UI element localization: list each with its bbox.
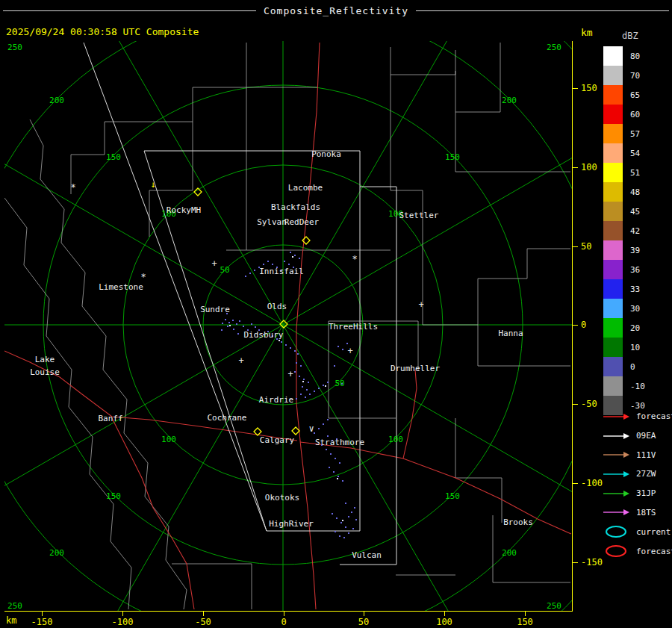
colorbar-value: 60 bbox=[630, 110, 640, 119]
axis-tick-label: 150 bbox=[581, 83, 597, 93]
colorbar-swatch bbox=[603, 46, 623, 66]
ring-label: 250 bbox=[7, 43, 22, 52]
city-label: Stettler bbox=[399, 211, 439, 220]
coverage-boundary bbox=[340, 187, 396, 565]
ellipse-shape bbox=[606, 546, 626, 556]
arrow-head bbox=[623, 471, 629, 477]
echo-dot bbox=[254, 270, 255, 271]
echo-dot bbox=[272, 264, 273, 265]
colorbar-value: 70 bbox=[630, 71, 640, 81]
colorbar-row: 33 bbox=[603, 279, 645, 299]
arrow-head bbox=[623, 452, 629, 458]
echo-dot bbox=[330, 453, 332, 455]
track-legend-item: 111V bbox=[602, 445, 672, 464]
ellipse-shape bbox=[606, 526, 626, 537]
echo-dot bbox=[348, 516, 349, 517]
ring-label: 50 bbox=[220, 265, 229, 275]
echo-dot bbox=[299, 258, 300, 259]
echo-dot bbox=[318, 428, 320, 429]
echo-dot bbox=[342, 480, 343, 482]
title-rule-left bbox=[3, 10, 256, 11]
colorbar-value: 57 bbox=[630, 129, 640, 139]
colorbar-row: -10 bbox=[603, 376, 645, 396]
colorbar-value: 20 bbox=[630, 323, 640, 333]
ring-label: 200 bbox=[502, 96, 517, 105]
county-boundary bbox=[4, 198, 131, 609]
echo-dot bbox=[323, 385, 324, 386]
ring-label: 200 bbox=[49, 96, 64, 105]
city-label: Calgary bbox=[260, 435, 295, 445]
city-label: Cochrane bbox=[208, 413, 247, 423]
colorbar-row: 60 bbox=[603, 105, 645, 124]
city-label: Blackfalds bbox=[271, 202, 320, 212]
county-boundary bbox=[172, 564, 252, 609]
echo-dot bbox=[327, 435, 329, 437]
echo-dot bbox=[340, 522, 342, 523]
echo-dot bbox=[309, 394, 311, 395]
city-label: Hanna bbox=[498, 329, 523, 338]
point-marker: ↓ bbox=[150, 179, 155, 190]
map-canvas[interactable]: 5050100100100100150150150150200200200200… bbox=[4, 41, 572, 611]
track-legend-item: 09EA bbox=[602, 426, 672, 446]
echo-dot bbox=[345, 503, 346, 504]
point-marker: + bbox=[418, 299, 423, 310]
echo-dot bbox=[294, 255, 296, 256]
city-label: Louise bbox=[30, 367, 60, 377]
echo-dot bbox=[333, 471, 335, 473]
echo-dot-bright bbox=[325, 385, 326, 387]
county-boundary bbox=[105, 43, 246, 122]
echo-dot bbox=[296, 398, 297, 400]
title-bar: Composite_Reflectivity bbox=[0, 0, 672, 21]
echo-dot bbox=[329, 467, 330, 468]
city-label: Lacombe bbox=[288, 183, 323, 193]
county-boundary bbox=[30, 119, 187, 609]
echo-dot bbox=[288, 264, 290, 265]
axis-tick bbox=[42, 612, 43, 616]
colorbar-row: 42 bbox=[603, 221, 645, 240]
city-label: Sylvan bbox=[257, 217, 287, 227]
echo-dot bbox=[245, 276, 246, 277]
ring-label: 200 bbox=[49, 548, 64, 558]
right-axis-unit-label: km bbox=[581, 27, 593, 38]
echo-dot bbox=[355, 519, 357, 520]
point-marker: + bbox=[287, 369, 293, 379]
ring-label: 250 bbox=[547, 43, 561, 52]
county-boundary bbox=[71, 122, 105, 194]
page-title: Composite_Reflectivity bbox=[264, 5, 408, 16]
radar-map: 5050100100100100150150150150200200200200… bbox=[4, 41, 572, 611]
echo-dot bbox=[239, 320, 240, 322]
city-label: Didsbury bbox=[244, 330, 284, 340]
echo-dot bbox=[299, 376, 300, 377]
track-legend-item: 27ZW bbox=[602, 464, 672, 484]
echo-dot-bright bbox=[302, 381, 304, 382]
arrow-icon bbox=[602, 412, 630, 421]
colorbar-swatch bbox=[603, 221, 623, 240]
track-legend-item: 18TS bbox=[602, 503, 672, 522]
echo-dot bbox=[290, 252, 291, 253]
axis-tick bbox=[203, 612, 204, 616]
echo-dot bbox=[326, 449, 327, 450]
county-boundary bbox=[391, 50, 455, 75]
track-legend-label: 31JP bbox=[636, 488, 656, 498]
echo-dot bbox=[281, 341, 282, 343]
echo-dot bbox=[335, 531, 336, 532]
colorbar-row: 10 bbox=[603, 338, 645, 357]
reflectivity-colorbar: 807065605754514845423936333020100-10-30 bbox=[603, 46, 645, 415]
echo-dot-bright bbox=[342, 520, 343, 521]
echo-dot bbox=[354, 507, 355, 509]
timestamp-label: 2025/09/24 00:30:58 UTC Composite bbox=[6, 26, 199, 37]
axis-tick bbox=[444, 612, 445, 616]
echo-dot bbox=[339, 462, 340, 464]
echo-dot bbox=[351, 512, 352, 513]
ellipse-symbol bbox=[602, 525, 630, 538]
echo-dot bbox=[285, 344, 287, 346]
colorbar-swatch bbox=[603, 182, 623, 202]
arrow-head bbox=[623, 414, 629, 420]
echo-dot bbox=[296, 362, 297, 364]
echo-dot bbox=[336, 517, 337, 519]
radar-coverage-outline bbox=[84, 43, 396, 565]
axis-tick-label: 100 bbox=[436, 617, 452, 627]
colorbar-value: 42 bbox=[630, 226, 640, 236]
bottom-axis-line bbox=[4, 611, 573, 612]
axis-tick-label: 100 bbox=[581, 162, 597, 172]
